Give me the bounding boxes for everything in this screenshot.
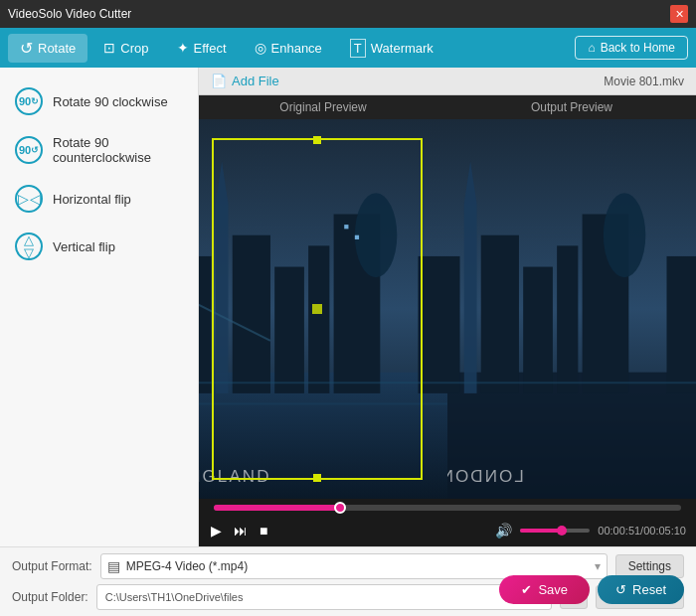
- video-header: 📄 Add File Movie 801.mkv: [199, 68, 696, 95]
- svg-rect-13: [419, 256, 448, 393]
- format-select-inner: ▤ MPEG-4 Video (*.mp4): [107, 558, 249, 574]
- original-preview-label: Original Preview: [199, 95, 447, 119]
- progress-fill: [214, 505, 340, 511]
- progress-bar[interactable]: [214, 505, 681, 511]
- sidebar: 90↻ Rotate 90 clockwise 90↺ Rotate 90 co…: [0, 68, 199, 546]
- timeline-area: [199, 499, 696, 515]
- svg-rect-33: [464, 204, 477, 393]
- progress-handle[interactable]: [334, 502, 346, 514]
- home-icon: ⌂: [588, 41, 595, 55]
- tab-rotate-label: Rotate: [38, 41, 76, 56]
- format-icon: ▤: [107, 558, 120, 574]
- sidebar-item-flip-h-label: Horizontal flip: [53, 192, 131, 207]
- title-bar: VideoSolo Video Cutter ✕: [0, 0, 696, 28]
- save-button[interactable]: ✔ Save: [499, 575, 590, 604]
- save-label: Save: [538, 582, 568, 597]
- enhance-icon: ◎: [255, 40, 266, 56]
- svg-rect-35: [481, 235, 519, 393]
- effect-icon: ✦: [177, 40, 189, 56]
- file-name: Movie 801.mkv: [604, 75, 684, 88]
- tab-enhance-label: Enhance: [271, 41, 322, 56]
- sidebar-item-flip-h[interactable]: ▷◁ Horizontal flip: [0, 175, 198, 223]
- play-button[interactable]: ▶: [209, 521, 224, 540]
- svg-rect-9: [274, 267, 304, 393]
- svg-rect-10: [308, 245, 329, 393]
- tab-effect-label: Effect: [194, 41, 227, 56]
- sidebar-item-rotate-ccw[interactable]: 90↺ Rotate 90 counterclockwise: [0, 125, 198, 175]
- close-button[interactable]: ✕: [670, 5, 688, 23]
- add-file-button[interactable]: 📄 Add File: [211, 74, 279, 88]
- action-buttons: ✔ Save ↺ Reset: [499, 575, 684, 604]
- svg-rect-22: [344, 225, 348, 229]
- sidebar-item-rotate-ccw-label: Rotate 90 counterclockwise: [53, 135, 183, 165]
- playback-controls: ▶ ⏭ ■ 🔊 00:00:51/00:05:10: [199, 515, 696, 546]
- preview-header-row: Original Preview Output Preview: [199, 95, 696, 119]
- flip-v-icon: △▽: [15, 232, 43, 260]
- output-preview-frame: LONDON, ENGLAND DNALGNE ,NODNOL: [447, 119, 696, 499]
- reset-icon: ↺: [615, 582, 626, 597]
- output-format-label: Output Format:: [12, 559, 92, 573]
- svg-point-12: [355, 193, 397, 277]
- output-preview-label: Output Preview: [447, 95, 696, 119]
- svg-text:LONDON, ENGLAND: LONDON, ENGLAND: [199, 467, 271, 486]
- tab-crop[interactable]: ⊡ Crop: [91, 35, 160, 61]
- rotate-icon: ↺: [20, 39, 33, 58]
- sidebar-item-rotate-cw-label: Rotate 90 clockwise: [53, 94, 168, 109]
- volume-icon: 🔊: [495, 523, 512, 539]
- rotate-ccw-icon: 90↺: [15, 136, 43, 164]
- flip-h-icon: ▷◁: [15, 185, 43, 213]
- svg-rect-5: [199, 256, 212, 393]
- reset-button[interactable]: ↺ Reset: [598, 575, 684, 604]
- bottom-bar: Output Format: ▤ MPEG-4 Video (*.mp4) ▾ …: [0, 546, 696, 616]
- dropdown-arrow-icon: ▾: [595, 559, 601, 573]
- svg-rect-37: [557, 245, 578, 393]
- sidebar-item-flip-v-label: Vertical flip: [53, 239, 115, 254]
- app-title: VideoSolo Video Cutter: [8, 7, 131, 21]
- video-area: 📄 Add File Movie 801.mkv Original Previe…: [199, 68, 696, 546]
- svg-rect-40: [667, 256, 697, 393]
- svg-text:LONDON, ENGLAND: LONDON, ENGLAND: [447, 467, 524, 486]
- sidebar-item-rotate-cw[interactable]: 90↻ Rotate 90 clockwise: [0, 77, 198, 125]
- folder-path-text: C:\Users\TH1\OneDrive\files: [105, 591, 244, 603]
- svg-point-39: [604, 193, 645, 277]
- sidebar-item-flip-v[interactable]: △▽ Vertical flip: [0, 223, 198, 270]
- tab-crop-label: Crop: [120, 41, 148, 56]
- watermark-icon: T: [350, 39, 366, 58]
- svg-rect-32: [447, 256, 460, 393]
- svg-rect-36: [523, 267, 553, 393]
- tab-enhance[interactable]: ◎ Enhance: [243, 35, 334, 61]
- back-to-home-label: Back to Home: [601, 41, 675, 55]
- toolbar: ↺ Rotate ⊡ Crop ✦ Effect ◎ Enhance T Wat…: [0, 28, 696, 68]
- step-forward-button[interactable]: ⏭: [232, 521, 250, 540]
- rotate-cw-icon: 90↻: [15, 87, 43, 115]
- output-folder-label: Output Folder:: [12, 590, 88, 604]
- tab-rotate[interactable]: ↺ Rotate: [8, 34, 87, 63]
- crop-icon: ⊡: [103, 40, 115, 56]
- tab-watermark[interactable]: T Watermark: [338, 34, 445, 63]
- tab-watermark-label: Watermark: [371, 41, 434, 56]
- main-content: 90↻ Rotate 90 clockwise 90↺ Rotate 90 co…: [0, 68, 696, 546]
- original-preview-frame: LONDON, ENGLAND +: [199, 119, 447, 499]
- preview-frames: LONDON, ENGLAND +: [199, 119, 696, 499]
- stop-button[interactable]: ■: [258, 521, 269, 540]
- svg-rect-6: [216, 204, 229, 393]
- time-display: 00:00:51/00:05:10: [598, 525, 686, 537]
- add-file-icon: 📄: [211, 74, 227, 88]
- volume-fill: [520, 529, 562, 533]
- back-to-home-button[interactable]: ⌂ Back to Home: [575, 36, 688, 60]
- svg-rect-8: [233, 235, 270, 393]
- save-check-icon: ✔: [521, 582, 532, 597]
- folder-path-display: C:\Users\TH1\OneDrive\files: [96, 584, 553, 610]
- volume-slider[interactable]: [520, 529, 590, 533]
- add-file-label: Add File: [232, 74, 279, 88]
- tab-effect[interactable]: ✦ Effect: [165, 35, 239, 61]
- reset-label: Reset: [632, 582, 666, 597]
- format-value: MPEG-4 Video (*.mp4): [126, 559, 249, 573]
- volume-handle[interactable]: [557, 526, 567, 536]
- svg-rect-23: [355, 235, 359, 239]
